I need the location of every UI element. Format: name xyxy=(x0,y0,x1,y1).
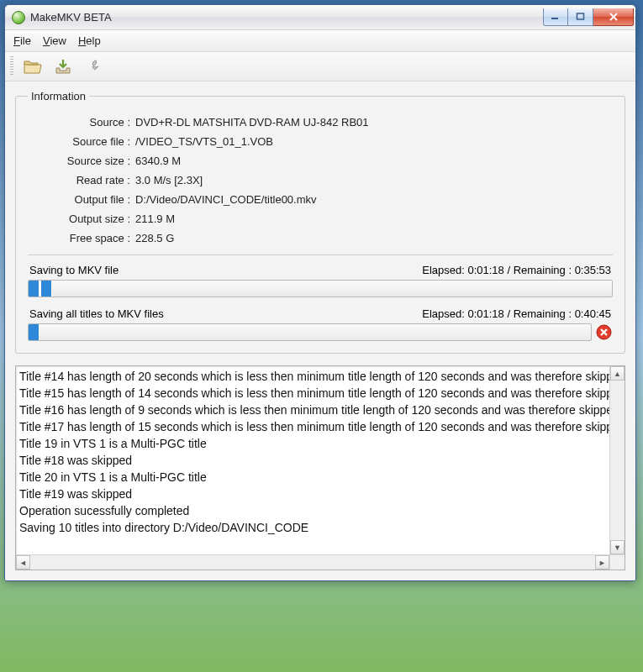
open-folder-button[interactable] xyxy=(20,55,45,78)
menu-view[interactable]: View xyxy=(38,33,71,49)
log-textarea[interactable]: Title #14 has length of 20 seconds which… xyxy=(15,365,625,570)
value-free-space: 228.5 G xyxy=(135,232,613,244)
label-source-file: Source file : xyxy=(46,135,130,148)
log-line: Title #19 was skipped xyxy=(19,486,606,502)
cancel-button[interactable] xyxy=(595,323,613,341)
toolbar-grip[interactable] xyxy=(10,56,13,76)
value-output-file: D:/Video/DAVINCI_CODE/title00.mkv xyxy=(135,193,613,206)
close-icon xyxy=(608,13,619,21)
task1-progressbar xyxy=(28,280,613,297)
log-line: Title 19 in VTS 1 is a Multi-PGC title xyxy=(19,435,606,452)
log-line: Title #15 has length of 14 seconds which… xyxy=(19,385,606,402)
task2-label: Saving all titles to MKV files xyxy=(29,307,164,320)
value-source: DVD+R-DL MATSHITA DVD-RAM UJ-842 RB01 xyxy=(135,116,613,129)
horizontal-scrollbar[interactable]: ◄ ► xyxy=(16,554,609,570)
scroll-track-h[interactable] xyxy=(30,555,595,570)
app-window: MakeMKV BETA File View Help xyxy=(4,4,636,581)
task1-time: Elapsed: 0:01:18 / Remaining : 0:35:53 xyxy=(422,264,611,276)
settings-button[interactable] xyxy=(81,55,106,78)
menu-help[interactable]: Help xyxy=(73,33,106,49)
task2-progressbar xyxy=(28,323,592,341)
svg-rect-1 xyxy=(577,13,583,19)
log-line: Title #17 has length of 15 seconds which… xyxy=(19,418,606,435)
menu-file[interactable]: File xyxy=(8,33,36,49)
log-line: Title 20 in VTS 1 is a Multi-PGC title xyxy=(19,469,606,486)
maximize-button[interactable] xyxy=(568,8,593,26)
tray-arrow-icon xyxy=(53,57,73,76)
task2-row: Saving all titles to MKV files Elapsed: … xyxy=(28,306,613,323)
task1-row: Saving to MKV file Elapsed: 0:01:18 / Re… xyxy=(28,262,613,280)
log-line: Title #16 has length of 9 seconds which … xyxy=(19,402,606,418)
label-output-file: Output file : xyxy=(46,193,130,206)
menubar: File View Help xyxy=(5,30,635,52)
label-source: Source : xyxy=(46,116,130,129)
task1-label: Saving to MKV file xyxy=(29,264,119,276)
value-source-size: 6340.9 M xyxy=(135,155,613,167)
value-output-size: 211.9 M xyxy=(135,213,613,225)
window-title: MakeMKV BETA xyxy=(30,11,112,24)
close-button[interactable] xyxy=(593,8,634,26)
scroll-down-button[interactable]: ▼ xyxy=(610,540,625,554)
value-read-rate: 3.0 M/s [2.3X] xyxy=(135,174,613,186)
minimize-icon xyxy=(551,13,561,21)
minimize-button[interactable] xyxy=(543,8,568,26)
wrench-icon xyxy=(83,57,103,76)
label-source-size: Source size : xyxy=(46,155,130,167)
log-line: Saving 10 titles into directory D:/Video… xyxy=(19,519,606,536)
value-source-file: /VIDEO_TS/VTS_01_1.VOB xyxy=(135,135,613,148)
separator xyxy=(28,255,613,255)
log-line: Title #18 was skipped xyxy=(19,452,606,469)
scroll-up-button[interactable]: ▲ xyxy=(610,366,625,381)
task2-time: Elapsed: 0:01:18 / Remaining : 0:40:45 xyxy=(422,307,611,320)
svg-rect-0 xyxy=(551,18,558,19)
maximize-icon xyxy=(576,13,586,21)
client-area: Information Source : DVD+R-DL MATSHITA D… xyxy=(5,81,635,580)
scroll-corner xyxy=(609,554,625,570)
scroll-right-button[interactable]: ► xyxy=(595,555,609,570)
window-controls xyxy=(543,8,634,27)
label-output-size: Output size : xyxy=(46,213,130,225)
info-grid: Source : DVD+R-DL MATSHITA DVD-RAM UJ-84… xyxy=(46,116,613,244)
save-button[interactable] xyxy=(50,55,76,78)
log-line: Operation sucessfully completed xyxy=(19,502,606,519)
label-free-space: Free space : xyxy=(46,232,130,244)
scroll-track-v[interactable] xyxy=(610,381,625,540)
label-read-rate: Read rate : xyxy=(46,174,130,186)
log-content: Title #14 has length of 20 seconds which… xyxy=(16,366,609,554)
app-icon xyxy=(12,11,25,24)
cancel-icon xyxy=(596,324,612,340)
titlebar[interactable]: MakeMKV BETA xyxy=(5,5,635,30)
vertical-scrollbar[interactable]: ▲ ▼ xyxy=(609,366,625,554)
information-group: Information Source : DVD+R-DL MATSHITA D… xyxy=(15,90,625,354)
information-legend: Information xyxy=(28,90,89,102)
toolbar xyxy=(5,52,635,81)
scroll-left-button[interactable]: ◄ xyxy=(16,555,30,570)
folder-open-icon xyxy=(23,57,43,76)
log-line: Title #14 has length of 20 seconds which… xyxy=(19,368,606,385)
